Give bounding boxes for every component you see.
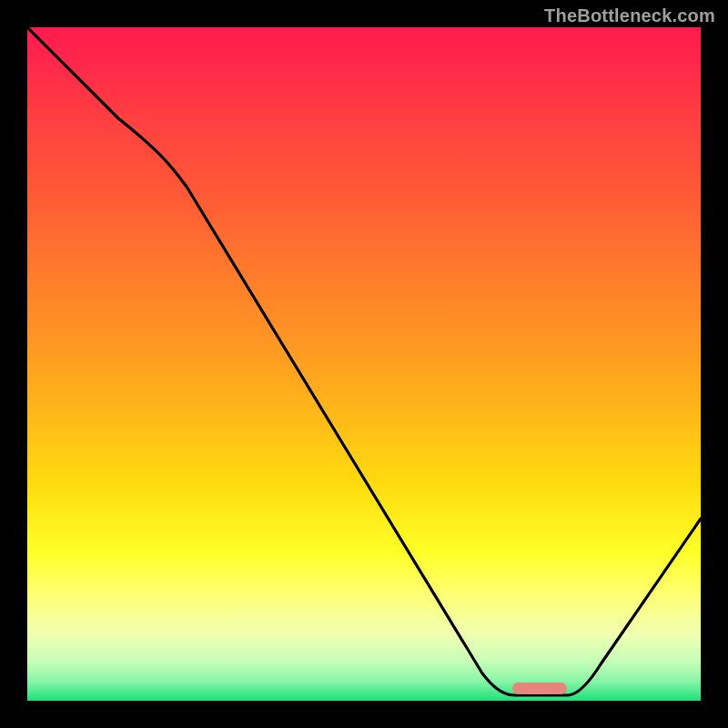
plot-area <box>27 27 701 701</box>
watermark-text: TheBottleneck.com <box>544 5 715 26</box>
bottleneck-curve <box>27 27 701 701</box>
curve-path <box>27 27 701 695</box>
chart-stage: TheBottleneck.com <box>0 0 728 728</box>
flat-minimum-marker <box>512 682 567 694</box>
